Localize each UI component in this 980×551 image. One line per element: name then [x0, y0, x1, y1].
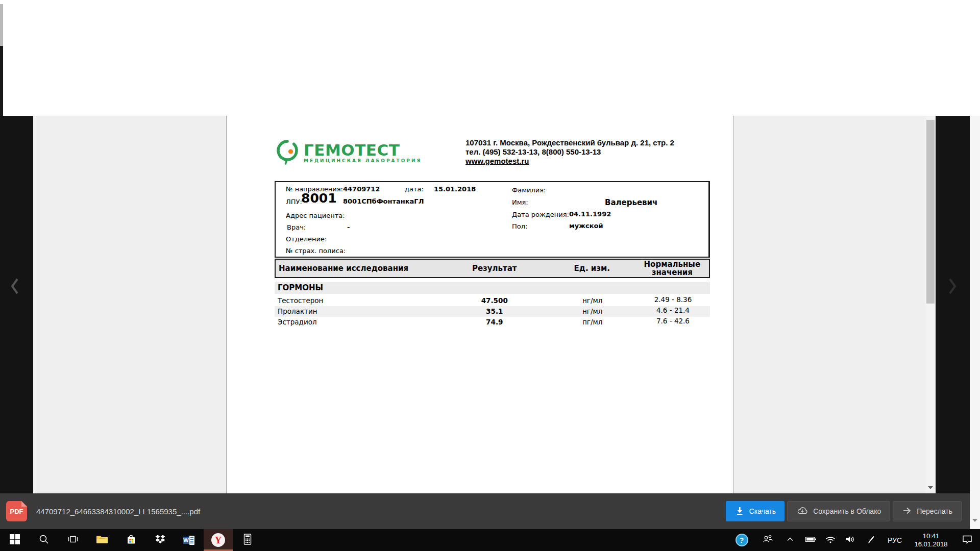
calculator-icon [242, 534, 253, 547]
previous-page-chevron-icon[interactable] [9, 277, 20, 297]
action-center-icon [962, 534, 973, 546]
pdf-badge-label: PDF [10, 508, 23, 515]
lab-phone-line: тел. (495) 532-13-13, 8(800) 550-13-13 [465, 147, 721, 157]
test-range: 2.49 - 8.36 [636, 295, 710, 306]
microsoft-store-icon [126, 534, 136, 546]
action-center-button[interactable] [954, 529, 980, 551]
viewer-scroll-down-icon[interactable] [928, 486, 933, 489]
windows-taskbar: W Y ? [0, 529, 980, 551]
sex-label: Пол: [512, 222, 527, 230]
column-header-name: Наименование исследования [276, 264, 440, 273]
test-name: Эстрадиол [275, 317, 440, 328]
yandex-browser-button[interactable]: Y [204, 529, 233, 551]
volume-tray-button[interactable] [840, 529, 861, 551]
cloud-download-icon [796, 506, 808, 517]
clock-time: 10:41 [914, 532, 947, 540]
gemotest-logo-mark-icon [275, 138, 300, 167]
page-top-whitespace [0, 0, 980, 116]
test-result: 35.1 [440, 306, 549, 317]
wifi-tray-button[interactable] [821, 529, 840, 551]
viewer-right-shade [936, 116, 970, 493]
left-edge-dark-strip [0, 46, 3, 116]
attachment-action-bar: PDF 44709712_64663384310002_LL1565935_..… [0, 493, 970, 529]
viewer-left-shade [0, 116, 33, 493]
download-label: Скачать [749, 507, 776, 515]
policy-label: № страх. полиса: [286, 247, 346, 255]
date-value: 15.01.2018 [434, 185, 476, 193]
test-result: 47.500 [440, 295, 549, 306]
file-explorer-icon [96, 534, 108, 546]
pdf-file-icon: PDF [6, 501, 27, 521]
file-explorer-button[interactable] [87, 529, 116, 551]
clock-date: 16.01.2018 [914, 540, 947, 548]
volume-icon [845, 534, 856, 546]
chevron-up-icon [785, 534, 795, 546]
language-indicator[interactable]: РУС [882, 529, 908, 551]
referral-value: 44709712 [343, 185, 380, 193]
browser-scrollbar[interactable] [970, 116, 980, 529]
table-section-hormones: ГОРМОНЫ [275, 282, 710, 294]
taskbar-search-button[interactable] [29, 529, 58, 551]
results-table-header: Наименование исследования Результат Ед. … [275, 259, 710, 278]
people-icon [762, 534, 774, 546]
test-name: Тестостерон [275, 295, 440, 306]
firstname-label: Имя: [512, 198, 528, 206]
date-label: дата: [405, 185, 424, 193]
forward-arrow-icon [902, 506, 912, 517]
viewer-scrollbar[interactable] [925, 116, 936, 493]
clock[interactable]: 10:41 16.01.2018 [908, 529, 954, 551]
pdf-document-page: ГЕМОТЕСТ МЕДИЦИНСКАЯ ЛАБОРАТОРИЯ 107031 … [226, 116, 733, 493]
taskbar-app-icons: W Y [0, 529, 262, 551]
download-icon [734, 506, 745, 517]
birthdate-value: 04.11.1992 [569, 210, 611, 218]
column-header-unit: Ед. изм. [549, 264, 635, 273]
table-row: Эстрадиол 74.9 пг/мл 7.6 - 42.6 [275, 317, 710, 328]
test-name: Пролактин [275, 306, 440, 317]
word-button[interactable]: W [175, 529, 204, 551]
viewer-scrollbar-thumb[interactable] [926, 120, 935, 304]
forward-button[interactable]: Переслать [893, 501, 962, 521]
firstname-value: Валерьевич [605, 198, 657, 207]
start-button[interactable] [0, 529, 29, 551]
save-to-cloud-button[interactable]: Сохранить в Облако [787, 501, 890, 521]
word-icon: W [183, 535, 195, 545]
column-header-range: Нормальные значения [635, 260, 709, 277]
download-button[interactable]: Скачать [726, 501, 785, 521]
yandex-browser-icon: Y [211, 533, 225, 547]
department-label: Отделение: [286, 235, 327, 243]
word-letter: W [183, 537, 189, 544]
pdf-viewer-overlay: ГЕМОТЕСТ МЕДИЦИНСКАЯ ЛАБОРАТОРИЯ 107031 … [0, 116, 980, 493]
left-edge-scrollbar-fragment [0, 4, 3, 46]
battery-tray-button[interactable] [800, 529, 821, 551]
help-icon: ? [736, 534, 748, 546]
test-range: 7.6 - 42.6 [636, 317, 710, 328]
task-view-icon [67, 534, 79, 546]
dropbox-button[interactable] [145, 529, 175, 551]
test-unit: нг/мл [549, 295, 636, 306]
help-tray-button[interactable]: ? [728, 529, 755, 551]
microsoft-store-button[interactable] [116, 529, 145, 551]
next-page-chevron-icon[interactable] [947, 277, 958, 297]
browser-scroll-down-icon[interactable] [972, 519, 977, 522]
battery-icon [805, 534, 817, 546]
test-result: 74.9 [440, 317, 549, 328]
calculator-button[interactable] [233, 529, 262, 551]
sex-value: мужской [569, 222, 603, 230]
wifi-icon [825, 534, 836, 546]
forward-label: Переслать [917, 507, 952, 515]
show-hidden-icons-button[interactable] [780, 529, 800, 551]
lab-website: www.gemotest.ru [465, 157, 721, 166]
patient-address-label: Адрес пациента: [286, 212, 345, 219]
surname-label: Фамилия: [512, 186, 546, 194]
task-view-button[interactable] [58, 529, 87, 551]
test-range: 4.6 - 21.4 [636, 306, 710, 317]
people-tray-button[interactable] [755, 529, 780, 551]
save-to-cloud-label: Сохранить в Облако [813, 507, 881, 515]
patient-info-box: № направления: 44709712 дата: 15.01.2018… [275, 181, 710, 258]
birthdate-label: Дата рождения: [512, 211, 569, 218]
search-icon [38, 534, 50, 547]
pdf-icon-fold [21, 501, 27, 507]
attachment-actions: Скачать Сохранить в Облако Переслать [726, 501, 962, 521]
yandex-letter: Y [215, 536, 222, 545]
pen-tray-button[interactable] [861, 529, 882, 551]
